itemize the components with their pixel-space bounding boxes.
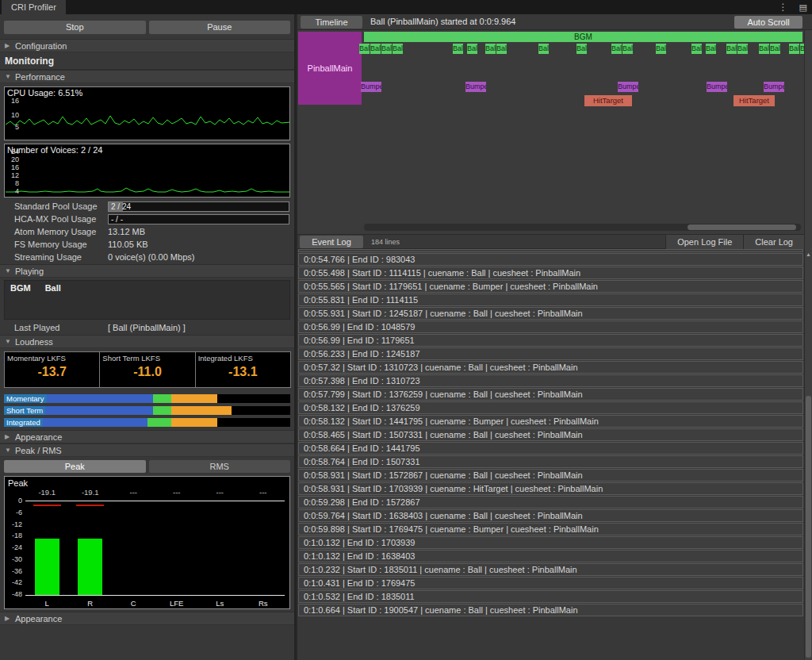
- timeline-cue-bumper[interactable]: Bumper: [361, 82, 381, 92]
- log-row[interactable]: 0:0:54.766 | End ID : 983043: [298, 253, 803, 266]
- timeline-cue-ball[interactable]: Ball: [622, 44, 633, 54]
- log-row[interactable]: 0:0:55.831 | End ID : 1114115: [298, 294, 803, 306]
- log-row[interactable]: 0:0:55.565 | Start ID : 1179651 | cuenam…: [298, 280, 803, 293]
- playing-item-bgm[interactable]: BGM: [10, 283, 31, 293]
- timeline-cue-bumper[interactable]: Bumper: [618, 82, 638, 92]
- scroll-up-icon[interactable]: ▲: [805, 251, 812, 257]
- timeline-cue-bumper[interactable]: Bumper: [707, 82, 727, 92]
- right-panel-vertical-scrollbar[interactable]: ▲: [804, 30, 812, 660]
- section-appearance-loudness[interactable]: ▶ Appearance: [0, 430, 294, 443]
- log-row[interactable]: 0:0:57.32 | Start ID : 1310723 | cuename…: [298, 361, 803, 374]
- timeline-cue-ball[interactable]: Ball: [770, 44, 780, 54]
- chevron-down-icon: ▼: [5, 73, 11, 80]
- peak-plot-area: [25, 501, 285, 596]
- auto-scroll-button[interactable]: Auto Scroll: [734, 16, 802, 29]
- log-row[interactable]: 0:1:0.232 | Start ID : 1835011 | cuename…: [298, 563, 803, 576]
- peak-col-L: [25, 501, 69, 595]
- timeline-cue-ball[interactable]: Ball: [485, 44, 496, 54]
- timeline-tab-button[interactable]: Timeline: [301, 16, 362, 29]
- tab-cri-profiler[interactable]: CRI Profiler: [2, 0, 66, 14]
- loudness-meters: Momentary Short Term Integrated: [4, 394, 290, 427]
- log-row[interactable]: 0:0:58.931 | Start ID : 1572867 | cuenam…: [298, 469, 803, 482]
- log-row[interactable]: 0:0:58.465 | Start ID : 1507331 | cuenam…: [298, 428, 803, 441]
- log-row[interactable]: 0:0:58.132 | End ID : 1376259: [298, 401, 803, 414]
- profiler-left-panel: Stop Pause ▶ Configuration Monitoring ▼ …: [0, 14, 296, 660]
- log-row[interactable]: 0:0:58.664 | End ID : 1441795: [298, 442, 803, 455]
- timeline-cue-ball[interactable]: Ball: [691, 44, 702, 54]
- timeline-cue-ball[interactable]: Ball: [538, 44, 549, 54]
- section-configuration[interactable]: ▶ Configuration: [0, 39, 294, 52]
- log-row[interactable]: 0:0:55.498 | Start ID : 1114115 | cuenam…: [298, 267, 803, 279]
- log-row[interactable]: 0:0:58.764 | End ID : 1507331: [298, 455, 803, 468]
- log-row[interactable]: 0:0:56.99 | End ID : 1048579: [298, 320, 803, 333]
- section-peak-rms[interactable]: ▼ Peak / RMS: [0, 443, 294, 457]
- timeline-cue-hittarget[interactable]: HitTarget: [584, 95, 632, 106]
- timeline-cue-ball[interactable]: Ball: [381, 44, 392, 54]
- log-row[interactable]: 0:1:0.132 | End ID : 1638403: [298, 550, 803, 562]
- timeline-cue-ball[interactable]: Ball: [611, 44, 622, 54]
- peak-db-scale: 0 -6 -12 -18 -24 -30 -36 -42 -48: [5, 497, 22, 598]
- peak-meter-title: Peak: [8, 478, 28, 488]
- timeline-cue-bumper[interactable]: Bumper: [764, 82, 784, 92]
- timeline-track-pinballmain[interactable]: PinballMain: [298, 32, 362, 105]
- timeline-cue-ball[interactable]: Ball: [370, 44, 381, 54]
- event-log-header: Event Log 184 lines Open Log File Clear …: [297, 235, 804, 249]
- log-row[interactable]: 0:1:0.431 | End ID : 1769475: [298, 577, 803, 589]
- shortterm-meter: Short Term: [4, 406, 290, 415]
- log-row[interactable]: 0:1:0.132 | End ID : 1703939: [298, 536, 803, 549]
- log-row[interactable]: 0:0:55.931 | Start ID : 1245187 | cuenam…: [298, 307, 803, 320]
- timeline-cue-ball[interactable]: Ball: [359, 44, 370, 54]
- log-row[interactable]: 0:0:56.99 | End ID : 1179651: [298, 334, 803, 347]
- pause-button[interactable]: Pause: [149, 21, 291, 34]
- timeline-hscroll-thumb[interactable]: [688, 224, 797, 230]
- kebab-menu-icon[interactable]: ⋮: [779, 0, 788, 14]
- timeline-cue-ball[interactable]: Ball: [726, 44, 737, 54]
- section-performance[interactable]: ▼ Performance: [0, 70, 294, 83]
- log-row[interactable]: 0:1:0.532 | End ID : 1835011: [298, 590, 803, 603]
- log-row[interactable]: 0:0:58.132 | Start ID : 1441795 | cuenam…: [298, 415, 803, 428]
- timeline-horizontal-scrollbar[interactable]: [364, 224, 801, 231]
- timeline-cue-ball[interactable]: Ball: [453, 44, 463, 54]
- timeline-cue-ball[interactable]: Ball: [393, 44, 403, 54]
- log-row[interactable]: 0:0:59.298 | End ID : 1572867: [298, 496, 803, 508]
- log-row[interactable]: 0:0:59.764 | Start ID : 1638403 | cuenam…: [298, 509, 803, 522]
- log-row[interactable]: 0:1:0.664 | Start ID : 1900547 | cuename…: [298, 604, 803, 616]
- peak-channel-labels: L R C LFE Ls Rs: [25, 599, 285, 608]
- peak-tab-button[interactable]: Peak: [4, 460, 146, 473]
- peak-col-C: [112, 501, 155, 595]
- timeline-cue-bgm[interactable]: BGM: [364, 32, 802, 42]
- timeline-cue-ball[interactable]: Ball: [496, 44, 507, 54]
- timeline-cue-ball[interactable]: Ball: [789, 44, 799, 54]
- rms-tab-button[interactable]: RMS: [149, 460, 291, 473]
- section-playing[interactable]: ▼ Playing: [0, 264, 294, 278]
- event-log-tab-button[interactable]: Event Log: [300, 236, 363, 248]
- peak-values-row: -19.1 -19.1 --- --- --- ---: [25, 488, 285, 497]
- integrated-meter: Integrated: [4, 418, 290, 427]
- open-log-file-button[interactable]: Open Log File: [665, 235, 743, 249]
- window-tab-bar: CRI Profiler ⋮ ▤: [0, 0, 812, 14]
- playing-item-ball[interactable]: Ball: [45, 283, 61, 293]
- layout-panel-icon[interactable]: ▤: [799, 2, 807, 13]
- log-row[interactable]: 0:0:56.233 | End ID : 1245187: [298, 347, 803, 360]
- section-loudness[interactable]: ▼ Loudness: [0, 335, 294, 348]
- vertical-scroll-thumb[interactable]: [806, 396, 811, 658]
- section-appearance-peak[interactable]: ▶ Appearance: [0, 612, 294, 625]
- log-row[interactable]: 0:0:58.931 | Start ID : 1703939 | cuenam…: [298, 482, 803, 495]
- log-row-partial[interactable]: [298, 249, 803, 252]
- timeline-cue-ball[interactable]: Ball: [759, 44, 769, 54]
- timeline-cue-ball[interactable]: Ball: [706, 44, 716, 54]
- log-row[interactable]: 0:0:57.799 | Start ID : 1376259 | cuenam…: [298, 388, 803, 401]
- peak-bar-L: [35, 539, 59, 595]
- timeline-cue-bumper[interactable]: Bumper: [465, 82, 486, 92]
- shortterm-lkfs-box: Short Term LKFS -11.0: [99, 351, 195, 388]
- log-row[interactable]: 0:0:57.398 | End ID : 1310723: [298, 374, 803, 387]
- timeline-cue-ball[interactable]: Ball: [576, 44, 587, 54]
- timeline-cue-hittarget[interactable]: HitTarget: [733, 95, 775, 106]
- timeline-cue-ball[interactable]: Ball: [656, 44, 666, 54]
- clear-log-button[interactable]: Clear Log: [743, 235, 804, 249]
- timeline-cue-ball[interactable]: Ball: [737, 44, 748, 54]
- timeline-cue-ball[interactable]: Ball: [467, 44, 477, 54]
- stop-button[interactable]: Stop: [4, 21, 146, 34]
- last-played-row: Last Played [ Ball (PinballMain) ]: [0, 322, 289, 333]
- log-row[interactable]: 0:0:59.898 | Start ID : 1769475 | cuenam…: [298, 523, 803, 535]
